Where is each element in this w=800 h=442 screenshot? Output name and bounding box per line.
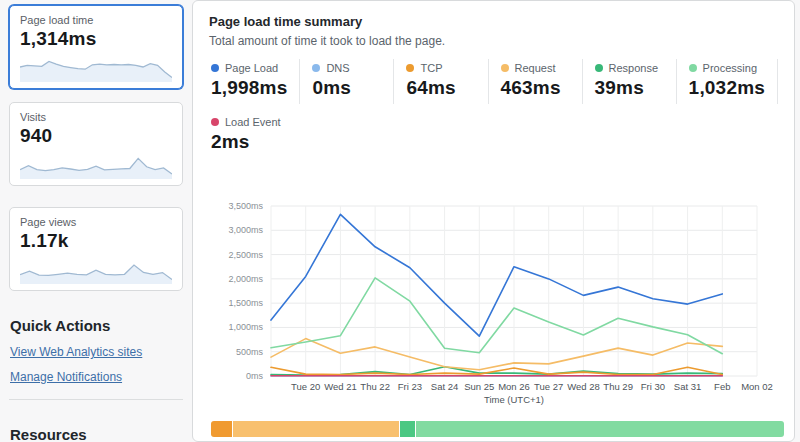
response-legend-dot-icon xyxy=(595,64,603,72)
panel-title: Page load time summary xyxy=(209,14,778,29)
metric-value: 0ms xyxy=(312,77,381,99)
svg-text:Sat 31: Sat 31 xyxy=(674,381,701,392)
metric-label: Request xyxy=(515,62,556,74)
metric-label: TCP xyxy=(420,62,442,74)
svg-text:Sun 25: Sun 25 xyxy=(464,381,494,392)
stat-card-label: Page load time xyxy=(20,14,172,26)
svg-text:Thu 22: Thu 22 xyxy=(360,381,390,392)
svg-text:2,000ms: 2,000ms xyxy=(228,274,263,284)
sidebar-divider xyxy=(9,399,183,400)
svg-text:Wed 28: Wed 28 xyxy=(567,381,600,392)
svg-text:3,000ms: 3,000ms xyxy=(228,225,263,235)
resources-heading: Resources xyxy=(10,426,182,442)
svg-text:Fri 30: Fri 30 xyxy=(641,381,665,392)
line-chart-container: 0ms500ms1,000ms1,500ms2,000ms2,500ms3,00… xyxy=(209,196,778,412)
stat-card-page-views[interactable]: Page views 1.17k xyxy=(9,207,183,291)
svg-text:0ms: 0ms xyxy=(246,371,264,381)
request-legend-dot-icon xyxy=(501,64,509,72)
metric-label: Page Load xyxy=(225,62,278,74)
dns-legend-dot-icon xyxy=(312,64,320,72)
metric-value: 1,998ms xyxy=(211,77,287,99)
metric-value: 463ms xyxy=(501,77,570,99)
svg-text:Time (UTC+1): Time (UTC+1) xyxy=(484,394,544,405)
link-manage-notifications[interactable]: Manage Notifications xyxy=(10,370,182,384)
metrics-row-2: Load Event 2ms xyxy=(209,113,778,158)
metric-value: 1,032ms xyxy=(689,77,765,99)
metric-value: 64ms xyxy=(406,77,475,99)
svg-text:1,000ms: 1,000ms xyxy=(228,322,263,332)
distribution-segment-tcp xyxy=(211,421,232,437)
distribution-segment-response xyxy=(400,421,415,437)
quick-actions-heading: Quick Actions xyxy=(10,317,182,334)
svg-text:Tue 20: Tue 20 xyxy=(291,381,320,392)
page-load-time-line-chart: 0ms500ms1,000ms1,500ms2,000ms2,500ms3,00… xyxy=(209,196,779,408)
load-event-legend-dot-icon xyxy=(211,118,219,126)
page-load-legend-dot-icon xyxy=(211,64,219,72)
distribution-segment-request xyxy=(233,421,399,437)
sparkline-chart xyxy=(20,254,172,284)
metric-value: 2ms xyxy=(211,131,294,153)
svg-text:Feb: Feb xyxy=(714,381,730,392)
svg-text:500ms: 500ms xyxy=(236,347,264,357)
svg-text:2,500ms: 2,500ms xyxy=(228,250,263,260)
svg-text:Sat 24: Sat 24 xyxy=(431,381,458,392)
stat-card-value: 940 xyxy=(20,125,172,147)
svg-text:3,500ms: 3,500ms xyxy=(228,201,263,211)
metric-tile-page-load[interactable]: Page Load 1,998ms xyxy=(209,59,299,104)
metric-tile-response[interactable]: Response 39ms xyxy=(582,59,676,104)
sidebar: Page load time 1,314ms Visits 940 Page v… xyxy=(0,0,192,442)
metric-tile-dns[interactable]: DNS 0ms xyxy=(299,59,393,104)
sparkline-chart xyxy=(20,52,172,82)
stat-card-page-load-time[interactable]: Page load time 1,314ms xyxy=(9,5,183,89)
svg-text:Mon 02: Mon 02 xyxy=(741,381,773,392)
link-view-web-analytics-sites[interactable]: View Web Analytics sites xyxy=(10,345,182,359)
metrics-row: Page Load 1,998ms DNS 0ms TCP 64ms Reque… xyxy=(209,59,778,104)
stat-card-label: Page views xyxy=(20,216,172,228)
metric-tile-request[interactable]: Request 463ms xyxy=(488,59,582,104)
metric-value: 39ms xyxy=(595,77,664,99)
stat-card-visits[interactable]: Visits 940 xyxy=(9,102,183,186)
metric-label: DNS xyxy=(326,62,349,74)
metric-tile-tcp[interactable]: TCP 64ms xyxy=(393,59,487,104)
svg-text:Thu 29: Thu 29 xyxy=(603,381,633,392)
svg-text:Tue 27: Tue 27 xyxy=(534,381,563,392)
svg-text:Fri 23: Fri 23 xyxy=(398,381,422,392)
stat-card-value: 1.17k xyxy=(20,230,172,252)
stat-card-value: 1,314ms xyxy=(20,28,172,50)
sparkline-chart xyxy=(20,149,172,179)
svg-text:Mon 26: Mon 26 xyxy=(498,381,530,392)
processing-legend-dot-icon xyxy=(689,64,697,72)
page-load-time-summary-panel: Page load time summary Total amount of t… xyxy=(192,0,795,442)
metric-label: Response xyxy=(609,62,659,74)
panel-subtitle: Total amount of time it took to load the… xyxy=(209,34,778,48)
svg-text:Wed 21: Wed 21 xyxy=(324,381,357,392)
metric-label: Processing xyxy=(703,62,757,74)
metric-tile-processing[interactable]: Processing 1,032ms xyxy=(676,59,778,104)
svg-text:1,500ms: 1,500ms xyxy=(228,298,263,308)
tcp-legend-dot-icon xyxy=(406,64,414,72)
load-time-distribution-bar xyxy=(211,421,784,437)
stat-card-label: Visits xyxy=(20,111,172,123)
distribution-segment-processing xyxy=(416,421,784,437)
metric-label: Load Event xyxy=(225,116,281,128)
metric-tile-load-event[interactable]: Load Event 2ms xyxy=(209,113,306,158)
